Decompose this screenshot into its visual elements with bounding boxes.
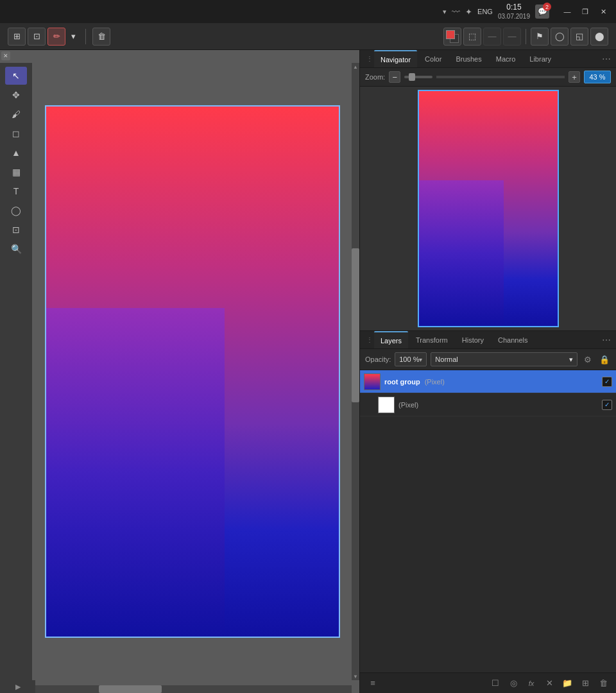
zoom-out-button[interactable]: − bbox=[389, 71, 400, 83]
layer-list: root group (Pixel) ✓ (Pixel) bbox=[360, 370, 616, 672]
tab-macro[interactable]: Macro bbox=[490, 50, 522, 67]
notification-badge: 2 bbox=[543, 3, 551, 11]
tool-gradient[interactable]: ▦ bbox=[5, 163, 27, 181]
titlebar: ▾ 〰 ✦ ENG 0:15 03.07.2019 💬 2 — ❐ ✕ bbox=[0, 0, 616, 23]
layer-name-pixel: (Pixel) bbox=[398, 401, 598, 409]
new-layer-button[interactable]: ☐ bbox=[488, 676, 503, 690]
delete-layer-button[interactable]: ✕ bbox=[542, 676, 557, 690]
tool-shape[interactable]: ◯ bbox=[5, 201, 27, 219]
dropdown-icon[interactable]: ▾ bbox=[443, 8, 447, 16]
maximize-button[interactable]: ❐ bbox=[578, 4, 593, 19]
minimize-button[interactable]: — bbox=[560, 4, 575, 19]
circle-button[interactable]: ◯ bbox=[551, 28, 569, 46]
color-swatch-button[interactable] bbox=[443, 28, 461, 46]
opacity-dropdown-arrow[interactable]: ▾ bbox=[419, 356, 422, 363]
canvas-close-button[interactable]: ✕ bbox=[1, 51, 10, 60]
tab-brushes[interactable]: Brushes bbox=[449, 50, 488, 67]
lang-label: ENG bbox=[477, 8, 493, 15]
list-view-button[interactable]: ⊡ bbox=[28, 28, 46, 46]
brush-tool-button[interactable]: ✏ bbox=[47, 28, 65, 46]
layers-pin-button[interactable]: ⋮ bbox=[366, 336, 373, 343]
main-toolbar: ⊞ ⊡ ✏ ▾ 🗑 ⬚ — — ⚑ ◯ ◱ ⬤ bbox=[0, 23, 616, 50]
tool-brush[interactable]: 🖌 bbox=[5, 105, 27, 123]
opacity-label: Opacity: bbox=[365, 355, 391, 363]
toolbar-separator-2 bbox=[526, 29, 526, 44]
navigator-preview[interactable] bbox=[360, 87, 616, 330]
layer-thumb-white bbox=[379, 397, 394, 413]
right-panel: ⋮ Navigator Color Brushes Macro Library … bbox=[359, 50, 616, 693]
scroll-horizontal-thumb[interactable] bbox=[99, 685, 162, 693]
grid-view-button[interactable]: ⊞ bbox=[8, 28, 26, 46]
tab-library[interactable]: Library bbox=[523, 50, 558, 67]
square-button[interactable]: ◱ bbox=[570, 28, 588, 46]
layer-item-pixel[interactable]: (Pixel) ✓ bbox=[360, 393, 616, 416]
canvas-corner-btn[interactable]: ▶ bbox=[0, 680, 35, 693]
layer-button[interactable]: ⬚ bbox=[463, 28, 481, 46]
close-button[interactable]: ✕ bbox=[595, 4, 611, 19]
layer-grid-button[interactable]: ⊞ bbox=[578, 676, 593, 690]
tab-layers[interactable]: Layers bbox=[374, 331, 408, 348]
layer-item-root-group[interactable]: root group (Pixel) ✓ bbox=[360, 370, 616, 393]
tool-select[interactable]: ↖ bbox=[5, 67, 27, 85]
scroll-vertical-thumb[interactable] bbox=[352, 248, 359, 403]
layers-icon-button[interactable]: ≡ bbox=[365, 676, 381, 690]
canvas-image bbox=[45, 105, 340, 638]
layer-name-root-group: root group (Pixel) bbox=[384, 378, 598, 386]
zoom-in-button[interactable]: + bbox=[569, 71, 580, 83]
zoom-value-display[interactable]: 43 % bbox=[584, 71, 611, 83]
tool-dropdown-arrow[interactable]: ▾ bbox=[67, 28, 79, 46]
btn-disabled-1[interactable]: — bbox=[483, 28, 501, 46]
tool-move[interactable]: ✥ bbox=[5, 86, 27, 104]
nav-canvas bbox=[418, 90, 559, 327]
tab-navigator[interactable]: Navigator bbox=[374, 50, 417, 67]
layers-bottom-toolbar: ≡ ☐ ◎ fx ✕ 📁 ⊞ 🗑 bbox=[360, 672, 616, 693]
zoom-slider[interactable] bbox=[404, 76, 432, 78]
tool-crop[interactable]: ⊡ bbox=[5, 221, 27, 239]
tool-eraser[interactable]: ◻ bbox=[5, 124, 27, 142]
tray-area: ▾ 〰 ✦ ENG 0:15 03.07.2019 💬 2 bbox=[443, 3, 549, 21]
layer-visibility-check-1[interactable]: ✓ bbox=[602, 377, 612, 387]
tab-color[interactable]: Color bbox=[418, 50, 448, 67]
group-folder-button[interactable]: 📁 bbox=[560, 676, 575, 690]
opacity-value-input[interactable]: 100 % ▾ bbox=[395, 352, 427, 366]
btn-disabled-2[interactable]: — bbox=[503, 28, 521, 46]
navigator-tabs: ⋮ Navigator Color Brushes Macro Library … bbox=[360, 50, 616, 68]
layers-section: ⋮ Layers Transform History Channels ⋯ Op… bbox=[360, 330, 616, 693]
notification-btn[interactable]: 💬 2 bbox=[535, 4, 549, 19]
blend-mode-arrow: ▾ bbox=[569, 355, 573, 364]
mask-button[interactable]: ◎ bbox=[506, 676, 521, 690]
delete-button[interactable]: 🗑 bbox=[92, 28, 110, 46]
canvas-viewport[interactable] bbox=[35, 63, 350, 680]
layers-menu-button[interactable]: ⋯ bbox=[602, 335, 611, 345]
scroll-down-arrow[interactable]: ▼ bbox=[352, 672, 359, 680]
left-toolbox: ↖ ✥ 🖌 ◻ ▲ ▦ T ◯ ⊡ 🔍 bbox=[0, 63, 32, 680]
blend-mode-selector[interactable]: Normal ▾ bbox=[431, 352, 578, 366]
tool-zoom[interactable]: 🔍 bbox=[5, 240, 27, 258]
layer-visibility-check-2[interactable]: ✓ bbox=[602, 400, 612, 410]
nav-viewport-indicator[interactable] bbox=[418, 90, 559, 327]
canvas-area: ✕ ↖ ✥ 🖌 ◻ ▲ ▦ T ◯ ⊡ 🔍 ▲ ▼ bbox=[0, 50, 359, 693]
trash-layer-button[interactable]: 🗑 bbox=[595, 676, 611, 690]
fx-button[interactable]: fx bbox=[524, 676, 539, 690]
tool-fill[interactable]: ▲ bbox=[5, 144, 27, 162]
scroll-up-arrow[interactable]: ▲ bbox=[352, 63, 359, 71]
wifi-icon: 〰 bbox=[452, 7, 460, 17]
canvas-scrollbar-vertical[interactable]: ▲ ▼ bbox=[352, 63, 359, 680]
zoom-scale-track[interactable] bbox=[436, 76, 565, 78]
layer-thumb-gradient bbox=[364, 374, 380, 389]
canvas-scrollbar-horizontal[interactable] bbox=[35, 685, 352, 693]
zoom-bar: Zoom: − + 43 % bbox=[360, 68, 616, 87]
tab-transform[interactable]: Transform bbox=[409, 331, 454, 348]
layer-lock-button[interactable]: 🔒 bbox=[598, 353, 611, 366]
panel-menu-button[interactable]: ⋯ bbox=[602, 54, 611, 64]
layer-thumbnail-root-group bbox=[364, 373, 381, 390]
filled-circle-button[interactable]: ⬤ bbox=[590, 28, 608, 46]
tool-text[interactable]: T bbox=[5, 182, 27, 200]
panel-pin-button[interactable]: ⋮ bbox=[366, 55, 373, 62]
zoom-label: Zoom: bbox=[365, 73, 385, 81]
tab-channels[interactable]: Channels bbox=[492, 331, 534, 348]
layer-settings-button[interactable]: ⚙ bbox=[581, 353, 594, 366]
zoom-slider-thumb[interactable] bbox=[409, 73, 415, 81]
tab-history[interactable]: History bbox=[456, 331, 490, 348]
flag-button[interactable]: ⚑ bbox=[531, 28, 549, 46]
